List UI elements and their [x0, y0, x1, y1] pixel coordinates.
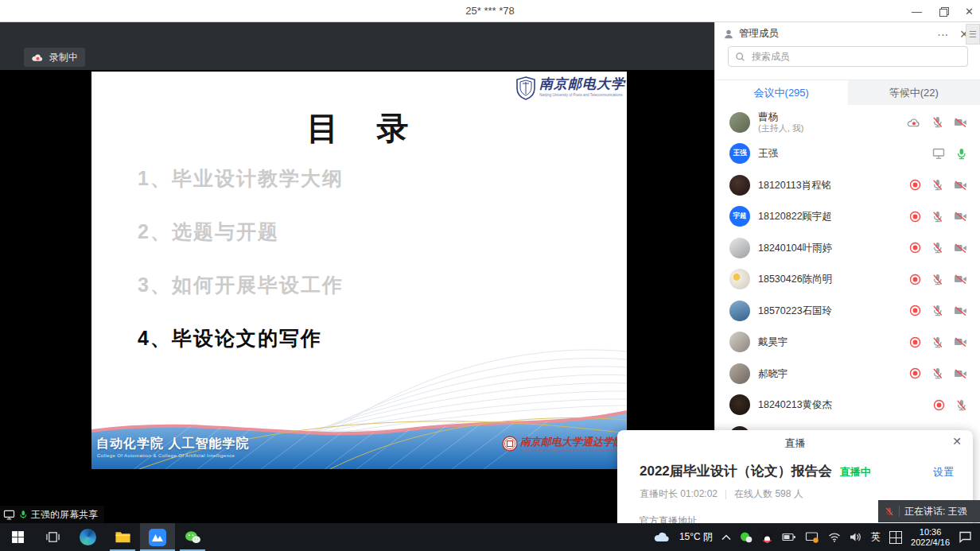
tab-waiting[interactable]: 等候中(22): [848, 80, 980, 105]
action-center-icon[interactable]: [959, 531, 972, 543]
member-name: 18530426陈尚明: [758, 274, 909, 285]
member-name: 18240104叶雨婷: [758, 243, 909, 254]
live-settings-link[interactable]: 设置: [933, 465, 954, 479]
slide-title: 目 录: [91, 107, 627, 150]
tray-chevron-icon[interactable]: [721, 534, 731, 541]
university-name-cn: 南京邮电大学: [539, 76, 625, 92]
meeting-app-icon: [149, 529, 166, 546]
member-search-input[interactable]: [750, 50, 961, 63]
slide-item: 1、毕业设计教学大纲: [138, 165, 344, 219]
member-status-icons: [909, 367, 967, 379]
avatar: 宇超: [729, 206, 750, 227]
member-row[interactable]: 18240213黄俊杰: [715, 390, 980, 421]
tab-in-meeting[interactable]: 会议中(295): [715, 80, 848, 105]
slide-footer-en: College Of Automation & College Of Artif…: [97, 453, 235, 458]
camera-muted-icon: [954, 274, 967, 285]
divider: [899, 506, 900, 517]
member-row[interactable]: 18530426陈尚明: [715, 264, 980, 296]
task-view-button[interactable]: [35, 523, 70, 551]
record-icon: [909, 211, 921, 223]
mic-muted-icon: [931, 367, 943, 379]
recording-badge-label: 录制中: [49, 51, 78, 64]
wechat-icon: [185, 530, 201, 545]
college-name-en: Tongda College of Nanjing University of …: [520, 448, 624, 452]
weather-cloud-icon[interactable]: [653, 531, 671, 543]
slide-item-text: 选题与开题: [172, 220, 279, 243]
qq-tray-icon[interactable]: [761, 531, 773, 544]
mic-muted-icon: [931, 116, 943, 128]
member-status-icons: [909, 305, 967, 316]
windows-start-icon: [11, 530, 25, 544]
college-logo: 南京邮电大学通达学院 Tongda College of Nanjing Uni…: [502, 436, 624, 452]
share-toast-label: 王强的屏幕共享: [31, 508, 98, 522]
panel-handle-icon[interactable]: ☰: [966, 24, 980, 45]
speaking-toast-label: 正在讲话: 王强: [904, 505, 967, 518]
taskbar-clock[interactable]: 10:36 2022/4/16: [911, 527, 950, 548]
member-search-box[interactable]: [728, 46, 968, 67]
camera-muted-icon: [954, 336, 967, 347]
edge-browser-button[interactable]: [70, 523, 105, 551]
university-logo: 南京邮电大学 Nanjing University of Posts and T…: [515, 76, 625, 100]
member-row[interactable]: 郝晓宇: [715, 358, 980, 390]
slide-item-number: 3、: [138, 274, 172, 296]
slide-item: 3、如何开展毕设工作: [138, 272, 344, 325]
member-row[interactable]: 宇超18120822顾宇超: [715, 201, 980, 233]
college-name-cn: 南京邮电大学通达学院: [520, 436, 624, 448]
camera-muted-icon: [954, 117, 967, 128]
battery-icon[interactable]: [782, 532, 796, 542]
language-indicator[interactable]: 英: [871, 530, 881, 544]
record-icon: [933, 399, 945, 411]
taskbar: 15°C 阴: [0, 523, 980, 551]
volume-icon[interactable]: [850, 532, 862, 542]
minimize-icon[interactable]: —: [912, 6, 922, 17]
slide-item-number: 2、: [138, 220, 172, 243]
member-row[interactable]: 曹杨(主持人, 我): [715, 107, 980, 138]
slide-item-text: 如何开展毕设工作: [172, 274, 344, 296]
member-row[interactable]: 18240104叶雨婷: [715, 232, 980, 264]
divider: [725, 490, 726, 499]
slide-item-number: 4、: [138, 327, 172, 349]
member-name: 18570223石国玲: [758, 305, 909, 316]
cloud-recording-icon: [31, 52, 45, 63]
avatar: [729, 332, 750, 352]
edge-icon: [80, 529, 96, 545]
live-event-title: 2022届毕业设计（论文）报告会: [640, 462, 832, 480]
clock-date: 2022/4/16: [911, 537, 950, 548]
wechat-tray-icon[interactable]: [740, 531, 752, 544]
member-row[interactable]: 王强王强: [715, 138, 980, 170]
mic-muted-icon: [931, 242, 943, 254]
member-status-icons: [909, 242, 967, 254]
restore-icon[interactable]: [939, 7, 947, 15]
live-close-icon[interactable]: ✕: [952, 435, 962, 448]
slide-footer-cn: 自动化学院 人工智能学院: [96, 436, 249, 452]
meeting-app-button[interactable]: [140, 523, 175, 551]
recording-badge[interactable]: 录制中: [24, 48, 85, 67]
weather-label[interactable]: 15°C 阴: [679, 530, 713, 544]
ime-icon[interactable]: [889, 531, 902, 544]
member-role: (主持人, 我): [758, 123, 907, 134]
file-explorer-button[interactable]: [105, 523, 140, 551]
meeting-toolbar-strip: [0, 22, 714, 70]
more-icon[interactable]: ···: [934, 28, 951, 41]
slide-item: 2、选题与开题: [138, 219, 344, 272]
avatar: [729, 394, 750, 415]
close-icon[interactable]: ✕: [965, 6, 974, 17]
member-status-icons: [907, 116, 967, 128]
mic-muted-icon: [955, 399, 967, 411]
university-name-en: Nanjing University of Posts and Telecomm…: [539, 93, 625, 97]
wechat-button[interactable]: [175, 523, 210, 551]
member-row[interactable]: 18570223石国玲: [715, 295, 980, 327]
live-duration: 直播时长 01:02:02: [640, 487, 718, 501]
avatar: [729, 269, 750, 289]
screen-share-toast: 王强的屏幕共享: [0, 506, 104, 523]
college-seal-icon: [502, 436, 518, 452]
slide-item-number: 1、: [138, 167, 172, 189]
cast-icon[interactable]: [805, 531, 819, 543]
start-button[interactable]: [0, 523, 35, 551]
speaking-toast: 正在讲话: 王强: [878, 500, 980, 522]
mic-on-icon: [18, 510, 28, 520]
member-row[interactable]: 18120113肖程铭: [715, 169, 980, 201]
wifi-icon[interactable]: [828, 533, 841, 542]
members-panel-title: 管理成员: [739, 27, 779, 41]
member-row[interactable]: 戴昊宇: [715, 327, 980, 359]
